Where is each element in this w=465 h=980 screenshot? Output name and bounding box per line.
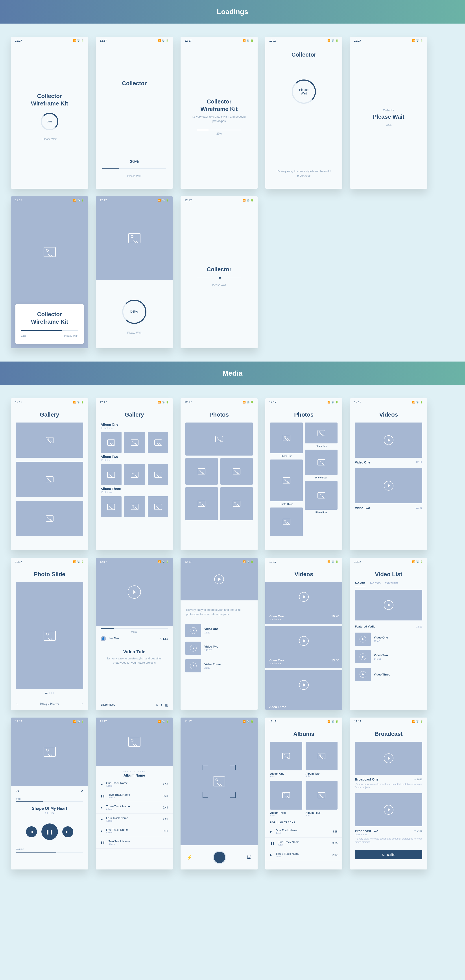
photo-item[interactable] [220,487,253,520]
volume-slider[interactable] [16,852,83,853]
photo-item[interactable] [185,487,218,520]
photo-caption: Photo Two [305,445,338,447]
broadcast-title: Broadcast One [355,778,379,781]
status-icons: 📶📡🔋 [158,199,169,202]
photo-item[interactable] [270,423,303,453]
flash-icon[interactable]: ⚡ [187,855,192,860]
gallery-item[interactable] [16,501,83,536]
album-thumb[interactable] [148,464,168,485]
broadcast-item[interactable] [355,742,422,775]
track-row[interactable]: ❚❚Two Track NameArtist3:36 [265,838,342,849]
photo-item[interactable] [305,450,338,475]
video-card[interactable]: Video OneUser Name10:20 [265,582,342,624]
video-card[interactable]: Video TwoUser Name13:40 [265,626,342,668]
video-item[interactable] [355,423,422,458]
album-card[interactable]: Album FourArtist [306,781,338,817]
tab-two[interactable]: TAB TWO [370,582,381,586]
wait-big-text: Please Wait [373,113,404,120]
video-player[interactable]: 12:17📶📡🔋 [180,558,258,600]
album-thumb[interactable] [148,432,168,453]
video-title: Video Three [269,705,286,709]
video-list-item[interactable]: Video Two145:11 [350,648,427,666]
gallery-item[interactable] [16,423,83,458]
tab-one[interactable]: TAB ONE [355,582,365,586]
track-album: Album [108,843,162,845]
pagination-dots[interactable] [11,689,88,697]
video-list-item[interactable]: Video Two148:12 [180,640,258,657]
status-time: 12:17 [269,720,277,723]
album-thumb[interactable] [100,464,121,485]
repeat-icon[interactable]: ⟲ [16,789,19,793]
track-row[interactable]: ❚❚Two Track NameAlbum··· [96,837,173,848]
status-icons: 📶📡🔋 [412,39,423,42]
prev-track-button[interactable]: ⏮ [26,826,37,837]
album-count: 15 pictures [100,491,168,494]
subscribe-button[interactable]: Subscribe [355,850,422,859]
slide-image[interactable] [16,582,83,689]
photo-item[interactable] [185,458,218,485]
album-thumb[interactable] [100,496,121,517]
signal-icon: 📶 [73,199,76,202]
track-row[interactable]: ▶One Track NameArtist4:18 [265,826,342,838]
spinner-icon: Please Wait [292,80,316,104]
list-title: Video Three [374,673,422,676]
wifi-icon: 📡 [247,199,250,202]
gallery-icon[interactable]: 🖼 [247,855,251,860]
album-card[interactable]: Album TwoArtist [306,742,338,778]
shuffle-icon[interactable]: ⤨ [80,789,83,793]
track-row[interactable]: ▶Three Track NameAlbum2:49 [96,802,173,813]
shutter-button[interactable] [213,851,226,864]
track-row[interactable]: ▶Four Track NameAlbum4:21 [96,813,173,825]
photo-item[interactable] [270,508,303,536]
like-button[interactable]: ♡ Like [160,637,168,640]
featured-video[interactable] [355,590,422,620]
seek-bar[interactable] [16,802,83,802]
signal-icon: 📶 [73,401,76,404]
track-row[interactable]: ❚❚Two Track NameAlbum3:36 [96,790,173,802]
video-card[interactable]: Video Three [265,670,342,710]
wifi-icon: 📡 [247,720,250,723]
album-card[interactable]: Album ThreeArtist [270,781,302,817]
instagram-icon[interactable]: ◫ [165,703,168,707]
battery-icon: 🔋 [81,199,84,202]
video-list-item[interactable]: Video One12:11 [180,622,258,640]
track-row[interactable]: ▶One Track NameAlbum4:18 [96,778,173,790]
facebook-icon[interactable]: f [161,703,162,707]
status-time: 12:17 [100,560,107,563]
video-list-item[interactable]: Video Three [350,666,427,683]
track-row[interactable]: ▶Five Track NameAlbum3:18 [96,825,173,837]
broadcast-item[interactable] [355,793,422,826]
wifi-icon: 📡 [331,720,334,723]
album-thumb[interactable] [124,496,145,517]
next-button[interactable]: › [81,702,83,705]
photo-item[interactable] [270,460,303,501]
signal-icon: 📶 [412,720,415,723]
photo-item[interactable] [220,458,253,485]
play-icon [190,645,197,652]
video-player[interactable]: 12:17📶📡🔋 [96,558,173,627]
play-pause-button[interactable]: ❚❚ [41,824,58,840]
page-title: Videos [265,566,342,582]
video-item[interactable] [355,468,422,503]
gallery-item[interactable] [16,462,83,497]
album-thumb[interactable] [148,496,168,517]
photo-item[interactable] [185,423,253,455]
twitter-icon[interactable]: 𝕏 [156,703,158,707]
next-track-button[interactable]: ⏭ [62,826,73,837]
video-list-item[interactable]: Video One12:47 [350,630,427,648]
camera-viewfinder: 12:17📶📡🔋 [180,718,258,845]
album-thumb[interactable] [124,432,145,453]
photo-item[interactable] [305,481,338,510]
prev-button[interactable]: ‹ [16,702,18,705]
video-scrubber[interactable]: 02:11 [96,627,173,633]
album-card[interactable]: Album OneArtist [270,742,302,778]
video-description: It's very easy to create stylish and bea… [186,608,252,616]
album-thumb[interactable] [100,432,121,453]
track-row[interactable]: ▶Three Track NameArtist2:49 [265,849,342,861]
signal-icon: 📶 [158,560,161,563]
tab-three[interactable]: TAB THREE [385,582,398,586]
video-list-item[interactable]: Video Three21:11 [180,657,258,675]
photo-item[interactable] [305,423,338,444]
video-duration: 10:20 [331,614,339,620]
album-thumb[interactable] [124,464,145,485]
